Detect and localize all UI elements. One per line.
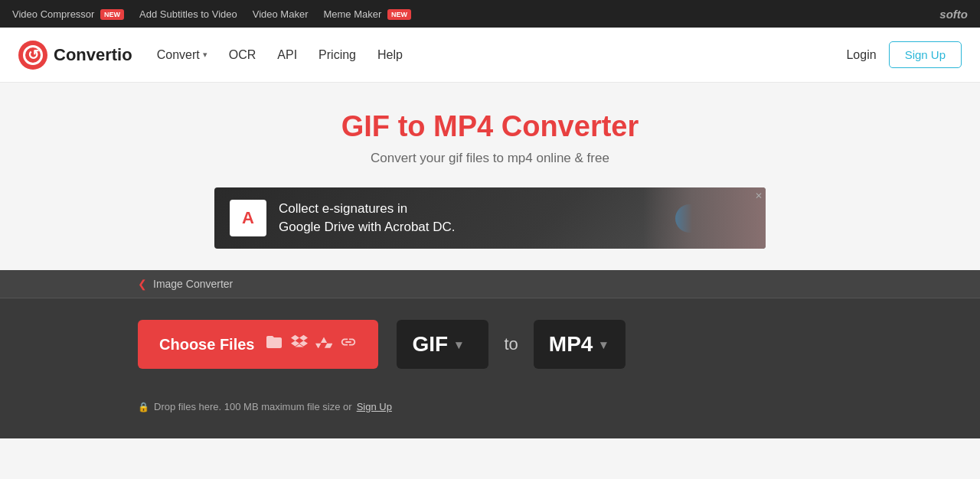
ad-text: Collect e-signatures inGoogle Drive with… (279, 200, 663, 236)
nav-links: Convert ▾ OCR API Pricing Help (157, 48, 403, 62)
to-format-chevron-icon: ▾ (600, 337, 606, 352)
login-button[interactable]: Login (846, 48, 876, 62)
topbar-left: Video Compressor NEW Add Subtitles to Vi… (12, 8, 411, 20)
topbar-brand: softo (939, 8, 968, 21)
navbar-right: Login Sign Up (846, 41, 962, 68)
navbar-left: Convertio Convert ▾ OCR API Pricing Help (18, 41, 403, 70)
logo-icon (18, 41, 47, 70)
link-icon (340, 334, 357, 355)
from-format-chevron-icon: ▾ (456, 337, 462, 352)
to-format-label: MP4 (549, 332, 593, 357)
sign-up-link[interactable]: Sign Up (357, 401, 392, 412)
google-drive-icon (315, 334, 332, 355)
breadcrumb-chevron-icon: ❮ (138, 278, 147, 290)
converter-body: Choose Files (0, 298, 980, 393)
drop-hint-area: 🔒 Drop files here. 100 MB maximum file s… (0, 401, 980, 431)
topbar-add-subtitles[interactable]: Add Subtitles to Video (139, 8, 237, 20)
page-subtitle: Convert your gif files to mp4 online & f… (0, 151, 980, 166)
main-content: GIF to MP4 Converter Convert your gif fi… (0, 83, 980, 479)
navbar: Convertio Convert ▾ OCR API Pricing Help… (0, 28, 980, 83)
logo[interactable]: Convertio (18, 41, 132, 70)
drop-hint-text: Drop files here. 100 MB maximum file siz… (154, 401, 352, 412)
nav-api[interactable]: API (277, 48, 297, 62)
topbar-video-compressor[interactable]: Video Compressor NEW (12, 8, 124, 20)
upload-icons (265, 333, 357, 356)
to-format-button[interactable]: MP4 ▾ (534, 320, 626, 369)
choose-files-label: Choose Files (159, 336, 254, 354)
nav-convert[interactable]: Convert ▾ (157, 48, 207, 62)
breadcrumb: ❮ Image Converter (0, 270, 980, 298)
topbar: Video Compressor NEW Add Subtitles to Vi… (0, 0, 980, 28)
format-selector: GIF ▾ to MP4 ▾ (397, 320, 625, 369)
adobe-logo-icon: A (230, 200, 266, 236)
dropbox-icon (291, 334, 308, 355)
bottom-panels (0, 438, 980, 479)
chevron-down-icon: ▾ (203, 50, 207, 60)
nav-ocr[interactable]: OCR (229, 48, 256, 62)
nav-help[interactable]: Help (377, 48, 403, 62)
breadcrumb-text: Image Converter (153, 278, 233, 290)
lock-icon: 🔒 (138, 402, 149, 412)
topbar-meme-maker[interactable]: Meme Maker NEW (323, 8, 410, 20)
new-badge-2: NEW (387, 9, 411, 20)
new-badge: NEW (100, 9, 124, 20)
signup-button[interactable]: Sign Up (889, 41, 962, 68)
nav-pricing[interactable]: Pricing (318, 48, 356, 62)
folder-icon (265, 333, 283, 356)
from-format-button[interactable]: GIF ▾ (397, 320, 488, 369)
to-label: to (501, 334, 521, 354)
topbar-video-maker[interactable]: Video Maker (253, 8, 309, 20)
from-format-label: GIF (412, 332, 448, 357)
ad-banner: A Collect e-signatures inGoogle Drive wi… (214, 187, 766, 249)
page-title: GIF to MP4 Converter (0, 110, 980, 143)
drop-hint: 🔒 Drop files here. 100 MB maximum file s… (138, 401, 842, 412)
ad-close-icon[interactable]: ✕ (755, 191, 763, 201)
ad-image (643, 187, 766, 249)
converter-section: ❮ Image Converter Choose Files (0, 270, 980, 438)
choose-files-button[interactable]: Choose Files (138, 320, 378, 369)
logo-text: Convertio (54, 45, 132, 65)
